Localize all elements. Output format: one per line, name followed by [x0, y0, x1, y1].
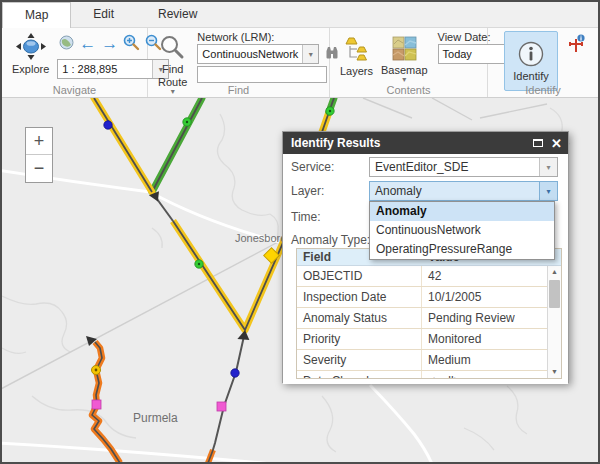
basemap-button[interactable]: Basemap ▾ [377, 34, 431, 85]
table-row[interactable]: Anomaly StatusPending Review [297, 308, 561, 329]
dropdown-option-operatingpressurerange[interactable]: OperatingPressureRange [370, 240, 554, 259]
tab-map[interactable]: Map [2, 2, 71, 28]
group-label-identify: Identify [488, 84, 598, 96]
scale-value: 1 : 288,895 [58, 63, 152, 75]
ribbon: Explore ← → [2, 28, 598, 98]
attributes-table: Field Value OBJECTID42 Inspection Date10… [296, 248, 562, 379]
tab-edit[interactable]: Edit [71, 2, 136, 27]
table-row[interactable]: Date Closed<null> [297, 371, 561, 379]
layers-label: Layers [340, 65, 373, 77]
point-event-blue [231, 369, 239, 377]
app-window: Map Edit Review Explore [0, 0, 600, 464]
explore-button[interactable]: Explore [8, 31, 53, 77]
service-value: EventEditor_SDE [370, 158, 539, 176]
service-label: Service: [291, 160, 369, 174]
chevron-down-icon[interactable]: ▾ [302, 45, 318, 63]
route-input[interactable] [197, 66, 327, 83]
close-icon[interactable]: ✕ [551, 138, 562, 149]
scroll-up-icon[interactable]: ▲ [548, 266, 561, 278]
group-identify: Identify Identify [488, 28, 598, 97]
table-row[interactable]: SeverityMedium [297, 350, 561, 371]
group-label-find: Find [148, 84, 329, 96]
explore-icon [16, 33, 46, 62]
town-label-purmela: Purmela [133, 411, 178, 425]
town-label-jonesboro: Jonesboro [235, 232, 286, 244]
layer-combobox[interactable]: Anomaly ▾ [369, 181, 558, 201]
dropdown-option-anomaly[interactable]: Anomaly [370, 202, 554, 221]
ribbon-tab-bar: Map Edit Review [2, 2, 598, 28]
zoom-in-icon[interactable] [123, 34, 140, 54]
layer-value: Anomaly [370, 182, 539, 200]
scrollbar-thumb[interactable] [549, 280, 560, 308]
full-extent-globe-icon[interactable] [59, 35, 74, 53]
point-event-blue [104, 121, 112, 129]
layers-button[interactable]: Layers [336, 34, 377, 79]
identify-icon [517, 40, 545, 70]
network-lrm-label: Network (LRM): [197, 31, 315, 43]
map-zoom-control: + − [25, 127, 53, 183]
identify-button[interactable]: Identify [504, 31, 558, 91]
layer-label: Layer: [291, 184, 369, 198]
time-label: Time: [291, 210, 369, 224]
map-zoom-out-button[interactable]: − [26, 155, 52, 182]
group-contents: Layers Basemap ▾ [330, 28, 488, 97]
route-orange-tail[interactable] [208, 450, 213, 462]
explore-label: Explore [12, 63, 49, 75]
route-green[interactable] [152, 98, 202, 192]
table-row[interactable]: OBJECTID42 [297, 266, 561, 287]
table-scrollbar[interactable]: ▲ ▼ [547, 266, 561, 378]
group-find: Find Route ▾ Network (LRM): ContinuousNe… [148, 28, 330, 97]
identify-route-location-icon[interactable] [566, 34, 586, 57]
group-label-navigate: Navigate [2, 84, 147, 96]
find-route-magnifier-icon [160, 35, 185, 62]
map-canvas[interactable]: Jonesboro Purmela + − Identify Results ✕… [2, 98, 598, 462]
tab-review[interactable]: Review [136, 2, 219, 27]
dialog-title-bar[interactable]: Identify Results ✕ [283, 132, 568, 154]
layer-dropdown-list: Anomaly ContinuousNetwork OperatingPress… [369, 201, 555, 260]
table-row[interactable]: Inspection Date10/1/2005 [297, 287, 561, 308]
service-combobox[interactable]: EventEditor_SDE ▾ [369, 157, 558, 177]
table-row[interactable]: PriorityMonitored [297, 329, 561, 350]
chevron-down-icon[interactable]: ▾ [539, 158, 557, 176]
route-orange[interactable] [86, 336, 120, 462]
marker-pink-square [217, 402, 226, 411]
marker-pink-square [92, 400, 101, 409]
previous-extent-icon[interactable]: ← [79, 36, 96, 52]
chevron-down-icon[interactable]: ▾ [539, 182, 557, 200]
identify-button-label: Identify [513, 70, 548, 82]
group-navigate: Explore ← → [2, 28, 148, 97]
basemap-icon [392, 36, 417, 63]
map-zoom-in-button[interactable]: + [26, 128, 52, 155]
maximize-icon[interactable] [533, 138, 543, 149]
layers-icon [343, 36, 371, 64]
dialog-title: Identify Results [291, 136, 380, 150]
identify-results-dialog: Identify Results ✕ Service: EventEditor_… [282, 131, 569, 383]
group-label-contents: Contents [330, 84, 487, 96]
network-lrm-combobox[interactable]: ContinuousNetwork ▾ [197, 44, 319, 64]
dialog-body: Service: EventEditor_SDE ▾ Layer: Anomal… [283, 154, 568, 384]
scroll-down-icon[interactable]: ▼ [548, 366, 561, 378]
dropdown-option-continuousnetwork[interactable]: ContinuousNetwork [370, 221, 554, 240]
next-extent-icon[interactable]: → [101, 36, 118, 52]
network-lrm-value: ContinuousNetwork [198, 48, 302, 60]
find-route-label-1: Find [162, 63, 183, 75]
chevron-down-icon: ▾ [402, 76, 406, 83]
